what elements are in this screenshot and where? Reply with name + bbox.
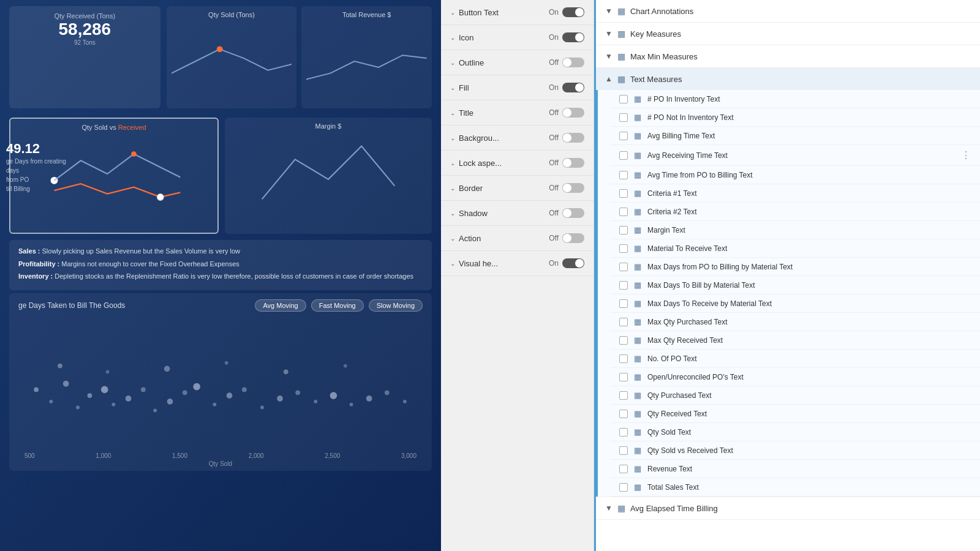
tree-item[interactable]: ▦ Avg Billing Time Text [610, 127, 980, 145]
prop-toggle[interactable]: Off [549, 108, 584, 118]
tree-item[interactable]: ▦ # PO In Inventory Text [610, 90, 980, 108]
tree-item[interactable]: ▦ Total Sales Text [610, 478, 980, 497]
item-checkbox[interactable] [619, 465, 628, 473]
prop-item-shadow[interactable]: ⌄ Shadow Off [441, 201, 594, 226]
prop-toggle[interactable]: On [549, 258, 584, 268]
item-checkbox[interactable] [619, 483, 628, 492]
svg-point-5 [49, 400, 53, 403]
item-checkbox[interactable] [619, 391, 628, 400]
tree-item[interactable]: ▦ Avg Time from PO to Billing Text [610, 166, 980, 184]
tree-item[interactable]: ▦ Qty Received Text [610, 405, 980, 423]
prop-toggle[interactable]: Off [549, 233, 584, 243]
toggle-track[interactable] [562, 258, 584, 268]
item-checkbox[interactable] [619, 189, 628, 198]
tree-item[interactable]: ▦ No. Of PO Text [610, 350, 980, 368]
prop-toggle[interactable]: Off [549, 158, 584, 168]
prop-toggle[interactable]: On [549, 83, 584, 92]
item-checkbox[interactable] [619, 373, 628, 381]
tree-section-header-key-measures[interactable]: ▼ ▦ Key Measures [596, 23, 980, 45]
avg-moving-filter[interactable]: Avg Moving [255, 299, 306, 312]
item-checkbox[interactable] [619, 263, 628, 271]
toggle-track[interactable] [562, 208, 584, 218]
prop-toggle[interactable]: Off [549, 133, 584, 143]
tree-item[interactable]: ▦ Max Qty Purchased Text [610, 313, 980, 331]
charts-area-2: Qty Sold vs Received Margin $ [0, 114, 441, 237]
item-checkbox[interactable] [619, 336, 628, 345]
tree-section-chart-annotations[interactable]: ▼ ▦ Chart Annotations [596, 0, 980, 23]
tree-item[interactable]: ▦ Material To Receive Text [610, 239, 980, 258]
chevron-icon: ▲ [605, 75, 612, 83]
prop-item-lock-aspe...[interactable]: ⌄ Lock aspe... Off [441, 151, 594, 176]
item-checkbox[interactable] [619, 171, 628, 179]
prop-toggle[interactable]: Off [549, 58, 584, 67]
item-checkbox[interactable] [619, 428, 628, 437]
toggle-track[interactable] [562, 133, 584, 143]
tree-item[interactable]: ▦ # PO Not In Inventory Text [610, 108, 980, 127]
tree-section-key-measures[interactable]: ▼ ▦ Key Measures [596, 23, 980, 45]
toggle-track[interactable] [562, 32, 584, 42]
prop-item-fill[interactable]: ⌄ Fill On [441, 75, 594, 100]
tree-item[interactable]: ▦ Criteria #1 Text [610, 184, 980, 203]
prop-item-outline[interactable]: ⌄ Outline Off [441, 50, 594, 75]
tree-item[interactable]: ▦ Open/Unreconciled PO's Text [610, 368, 980, 386]
prop-toggle[interactable]: Off [549, 183, 584, 193]
item-checkbox[interactable] [619, 113, 628, 122]
table-icon: ▦ [617, 29, 625, 39]
prop-toggle[interactable]: On [549, 7, 584, 17]
prop-label: ⌄ Title [450, 108, 473, 118]
tree-section-header-chart-annotations[interactable]: ▼ ▦ Chart Annotations [596, 0, 980, 22]
table-icon: ▦ [617, 74, 625, 84]
item-checkbox[interactable] [619, 281, 628, 290]
table-icon: ▦ [617, 51, 625, 61]
item-checkbox[interactable] [619, 208, 628, 216]
prop-name: Visual he... [459, 259, 498, 268]
tree-section-header-max-min-measures[interactable]: ▼ ▦ Max Min Measures [596, 45, 980, 67]
prop-item-icon[interactable]: ⌄ Icon On [441, 25, 594, 50]
item-checkbox[interactable] [619, 226, 628, 234]
prop-item-title[interactable]: ⌄ Title Off [441, 100, 594, 126]
tree-item[interactable]: ▦ Qty Purchased Text [610, 386, 980, 405]
toggle-track[interactable] [562, 83, 584, 92]
toggle-track[interactable] [562, 58, 584, 67]
item-checkbox[interactable] [619, 132, 628, 140]
tree-item[interactable]: ▦ Max Days from PO to Billing by Materia… [610, 258, 980, 276]
toggle-track[interactable] [562, 158, 584, 168]
tree-item[interactable]: ▦ Max Days To Bill by Material Text [610, 276, 980, 294]
toggle-track[interactable] [562, 233, 584, 243]
item-checkbox[interactable] [619, 95, 628, 103]
item-checkbox[interactable] [619, 410, 628, 418]
prop-toggle[interactable]: On [549, 32, 584, 42]
item-checkbox[interactable] [619, 354, 628, 363]
tree-section-text-measures[interactable]: ▲ ▦ Text Measures ▦ # PO In Inventory Te… [596, 68, 980, 497]
item-checkbox[interactable] [619, 151, 628, 160]
tree-item[interactable]: ▦ Margin Text [610, 221, 980, 239]
tree-item[interactable]: ▦ Max Qty Received Text [610, 331, 980, 350]
toggle-track[interactable] [562, 7, 584, 17]
tree-item[interactable]: ▦ Revenue Text [610, 460, 980, 478]
tree-section-avg-elapsed-billing[interactable]: ▼ ▦ Avg Elapsed Time Billing [596, 497, 980, 520]
tree-section-header-avg-elapsed-billing[interactable]: ▼ ▦ Avg Elapsed Time Billing [596, 497, 980, 519]
toggle-track[interactable] [562, 108, 584, 118]
tree-item[interactable]: ▦ Criteria #2 Text [610, 203, 980, 221]
tree-item[interactable]: ▦ Avg Receiving Time Text ⋮ [610, 145, 980, 166]
item-checkbox[interactable] [619, 244, 628, 253]
fast-moving-filter[interactable]: Fast Moving [311, 299, 364, 312]
toggle-track[interactable] [562, 183, 584, 193]
tree-item[interactable]: ▦ Qty Sold Text [610, 423, 980, 441]
prop-toggle[interactable]: Off [549, 208, 584, 218]
tree-item[interactable]: ▦ Max Days To Receive by Material Text [610, 294, 980, 313]
prop-item-button-text[interactable]: ⌄ Button Text On [441, 0, 594, 25]
prop-item-backgrou...[interactable]: ⌄ Backgrou... Off [441, 126, 594, 151]
slow-moving-filter[interactable]: Slow Moving [369, 299, 423, 312]
item-checkbox[interactable] [619, 299, 628, 308]
tree-panel[interactable]: ▼ ▦ Chart Annotations ▼ ▦ Key Measures ▼… [594, 0, 980, 551]
item-checkbox[interactable] [619, 446, 628, 455]
prop-item-action[interactable]: ⌄ Action Off [441, 226, 594, 251]
tree-section-max-min-measures[interactable]: ▼ ▦ Max Min Measures [596, 45, 980, 68]
item-checkbox[interactable] [619, 318, 628, 326]
chevron-icon: ⌄ [450, 160, 455, 167]
prop-item-visual-he...[interactable]: ⌄ Visual he... On [441, 251, 594, 276]
prop-item-border[interactable]: ⌄ Border Off [441, 176, 594, 201]
tree-section-header-text-measures[interactable]: ▲ ▦ Text Measures [596, 68, 980, 90]
tree-item[interactable]: ▦ Qty Sold vs Received Text [610, 441, 980, 460]
